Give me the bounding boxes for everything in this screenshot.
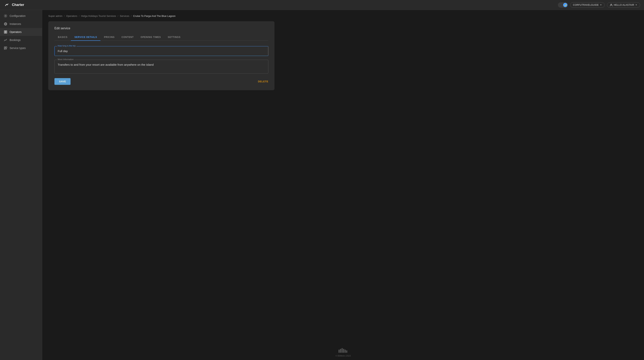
user-label: HELLO ALASTAIR xyxy=(614,4,634,6)
breadcrumb-services[interactable]: Services xyxy=(120,14,130,17)
trip-duration-label: How long is the trip xyxy=(57,45,76,47)
globe-icon xyxy=(4,22,7,26)
more-info-textarea[interactable] xyxy=(55,60,268,72)
gear-icon xyxy=(4,14,7,18)
tab-service-details[interactable]: SERVICE DETAILS xyxy=(71,34,100,41)
breadcrumb-super-admin[interactable]: Super admin xyxy=(48,14,62,17)
lower-background xyxy=(42,219,644,342)
svg-rect-18 xyxy=(343,349,344,353)
svg-rect-11 xyxy=(4,48,5,49)
sidebar-label-operators: Operators xyxy=(10,30,22,33)
footer-logo xyxy=(42,348,644,353)
tab-content[interactable]: CONTENT xyxy=(118,34,137,41)
user-menu-button[interactable]: HELLO ALASTAIR ▼ xyxy=(607,2,640,8)
app-logo-icon xyxy=(4,2,10,8)
svg-rect-15 xyxy=(338,350,340,353)
tenant-label: CORFUTRAVELGUIDE xyxy=(573,4,599,6)
sidebar-item-instances[interactable]: Instances xyxy=(0,20,42,28)
header-right: 🌙 CORFUTRAVELGUIDE ▼ HELLO ALASTAIR ▼ xyxy=(558,2,640,8)
svg-rect-17 xyxy=(342,348,343,353)
svg-rect-7 xyxy=(6,31,7,32)
trip-duration-field-container: How long is the trip xyxy=(54,46,268,56)
footer-copyright: © BitMetro 2023 xyxy=(336,355,351,357)
app-header: Charter 🌙 CORFUTRAVELGUIDE ▼ HELLO ALAST… xyxy=(0,0,644,10)
app-title: Charter xyxy=(12,3,24,7)
chart-icon xyxy=(4,38,7,42)
chevron-down-icon: ▼ xyxy=(600,4,602,6)
svg-rect-9 xyxy=(6,32,7,33)
save-button[interactable]: SAVE xyxy=(54,78,70,85)
delete-button[interactable]: DELETE xyxy=(258,80,268,83)
sidebar-label-configuration: Configuration xyxy=(10,14,26,17)
user-icon xyxy=(610,4,612,6)
breadcrumb-operators[interactable]: Operators xyxy=(66,14,77,17)
svg-rect-12 xyxy=(6,47,7,48)
more-info-field-container: More Information xyxy=(54,60,268,73)
edit-service-title: Edit service xyxy=(54,27,268,30)
svg-rect-8 xyxy=(4,32,5,33)
header-left: Charter xyxy=(4,2,24,8)
breadcrumb-operator-name[interactable]: Helga Holidays Tourist Services xyxy=(81,14,116,17)
chevron-down-icon: ▼ xyxy=(636,4,637,6)
content-area: Super admin / Operators / Helga Holidays… xyxy=(42,10,644,219)
trip-duration-group: How long is the trip xyxy=(54,46,268,56)
tab-basics[interactable]: BASICS xyxy=(54,34,71,41)
tab-opening-times[interactable]: OPENING TIMES xyxy=(137,34,164,41)
toggle-knob: 🌙 xyxy=(563,3,567,7)
breadcrumb-separator-4: / xyxy=(131,14,132,17)
svg-rect-19 xyxy=(344,350,346,353)
svg-point-2 xyxy=(5,15,6,16)
breadcrumb: Super admin / Operators / Helga Holidays… xyxy=(48,14,638,17)
tenant-selector-button[interactable]: CORFUTRAVELGUIDE ▼ xyxy=(570,2,605,8)
trip-duration-input[interactable] xyxy=(55,46,268,56)
main-content: Super admin / Operators / Helga Holidays… xyxy=(42,10,644,360)
svg-rect-6 xyxy=(4,31,5,32)
breadcrumb-separator-3: / xyxy=(118,14,118,17)
tab-settings[interactable]: SETTINGS xyxy=(164,34,184,41)
puzzle-icon xyxy=(4,46,7,50)
sidebar-label-instances: Instances xyxy=(10,22,21,25)
sidebar-item-configuration[interactable]: Configuration xyxy=(0,12,42,20)
more-info-label: More Information xyxy=(57,58,74,60)
svg-rect-10 xyxy=(4,47,5,48)
page-footer: © BitMetro 2023 xyxy=(42,342,644,360)
sidebar-item-service-types[interactable]: Service types xyxy=(0,44,42,52)
svg-rect-20 xyxy=(346,351,347,353)
breadcrumb-separator-2: / xyxy=(79,14,80,17)
tab-pricing[interactable]: PRICING xyxy=(100,34,118,41)
sidebar-item-bookings[interactable]: Bookings xyxy=(0,36,42,44)
sidebar-label-bookings: Bookings xyxy=(10,38,21,41)
form-button-row: SAVE DELETE xyxy=(54,78,268,85)
grid-icon xyxy=(4,30,7,34)
tab-bar: BASICS SERVICE DETAILS PRICING CONTENT O… xyxy=(54,34,268,41)
breadcrumb-separator-1: / xyxy=(64,14,65,17)
sidebar-item-operators[interactable]: Operators xyxy=(0,28,42,36)
sidebar: Configuration Instances Operators Bookin… xyxy=(0,10,42,360)
edit-service-card: Edit service BASICS SERVICE DETAILS PRIC… xyxy=(48,21,274,90)
sidebar-label-service-types: Service types xyxy=(10,46,26,50)
more-info-group: More Information xyxy=(54,60,268,73)
dark-mode-toggle[interactable]: 🌙 xyxy=(558,2,568,8)
svg-rect-16 xyxy=(340,349,341,353)
breadcrumb-current-service: Cruise To Parga And The Blue Lagoon xyxy=(133,14,176,17)
svg-rect-0 xyxy=(4,2,10,8)
